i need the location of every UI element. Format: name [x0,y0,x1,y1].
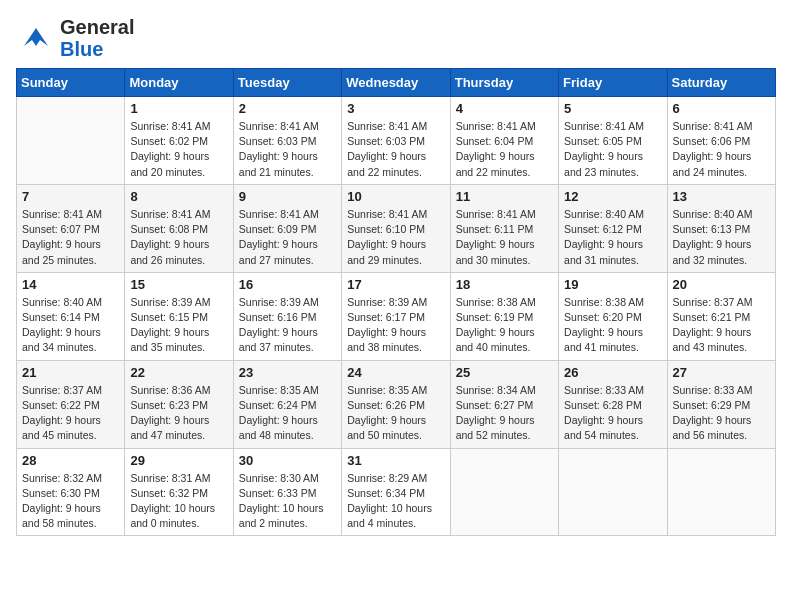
day-number: 24 [347,365,444,380]
calendar-table: SundayMondayTuesdayWednesdayThursdayFrid… [16,68,776,536]
calendar-cell: 12Sunrise: 8:40 AMSunset: 6:12 PMDayligh… [559,184,667,272]
logo: General Blue [16,16,134,60]
day-number: 13 [673,189,770,204]
calendar-cell: 5Sunrise: 8:41 AMSunset: 6:05 PMDaylight… [559,97,667,185]
weekday-header-friday: Friday [559,69,667,97]
calendar-cell: 3Sunrise: 8:41 AMSunset: 6:03 PMDaylight… [342,97,450,185]
day-info: Sunrise: 8:39 AMSunset: 6:15 PMDaylight:… [130,295,227,356]
day-number: 29 [130,453,227,468]
logo-general: General [60,16,134,38]
weekday-header-sunday: Sunday [17,69,125,97]
calendar-cell: 22Sunrise: 8:36 AMSunset: 6:23 PMDayligh… [125,360,233,448]
day-info: Sunrise: 8:41 AMSunset: 6:04 PMDaylight:… [456,119,553,180]
calendar-cell: 13Sunrise: 8:40 AMSunset: 6:13 PMDayligh… [667,184,775,272]
day-info: Sunrise: 8:37 AMSunset: 6:22 PMDaylight:… [22,383,119,444]
day-info: Sunrise: 8:40 AMSunset: 6:13 PMDaylight:… [673,207,770,268]
day-info: Sunrise: 8:36 AMSunset: 6:23 PMDaylight:… [130,383,227,444]
calendar-cell [667,448,775,536]
day-number: 6 [673,101,770,116]
day-number: 5 [564,101,661,116]
calendar-cell: 11Sunrise: 8:41 AMSunset: 6:11 PMDayligh… [450,184,558,272]
day-info: Sunrise: 8:33 AMSunset: 6:29 PMDaylight:… [673,383,770,444]
day-number: 18 [456,277,553,292]
calendar-cell: 16Sunrise: 8:39 AMSunset: 6:16 PMDayligh… [233,272,341,360]
calendar-cell [450,448,558,536]
logo-icon [16,18,56,58]
day-number: 27 [673,365,770,380]
day-info: Sunrise: 8:41 AMSunset: 6:08 PMDaylight:… [130,207,227,268]
weekday-header-wednesday: Wednesday [342,69,450,97]
day-info: Sunrise: 8:41 AMSunset: 6:05 PMDaylight:… [564,119,661,180]
calendar-cell: 19Sunrise: 8:38 AMSunset: 6:20 PMDayligh… [559,272,667,360]
calendar-cell: 31Sunrise: 8:29 AMSunset: 6:34 PMDayligh… [342,448,450,536]
calendar-cell: 28Sunrise: 8:32 AMSunset: 6:30 PMDayligh… [17,448,125,536]
calendar-cell: 14Sunrise: 8:40 AMSunset: 6:14 PMDayligh… [17,272,125,360]
day-number: 9 [239,189,336,204]
calendar-cell: 26Sunrise: 8:33 AMSunset: 6:28 PMDayligh… [559,360,667,448]
calendar-week-3: 14Sunrise: 8:40 AMSunset: 6:14 PMDayligh… [17,272,776,360]
calendar-week-1: 1Sunrise: 8:41 AMSunset: 6:02 PMDaylight… [17,97,776,185]
logo-text-block: General Blue [60,16,134,60]
day-number: 14 [22,277,119,292]
day-number: 2 [239,101,336,116]
day-number: 25 [456,365,553,380]
day-number: 22 [130,365,227,380]
day-info: Sunrise: 8:41 AMSunset: 6:11 PMDaylight:… [456,207,553,268]
day-number: 16 [239,277,336,292]
day-number: 30 [239,453,336,468]
day-info: Sunrise: 8:34 AMSunset: 6:27 PMDaylight:… [456,383,553,444]
day-info: Sunrise: 8:41 AMSunset: 6:03 PMDaylight:… [347,119,444,180]
calendar-week-5: 28Sunrise: 8:32 AMSunset: 6:30 PMDayligh… [17,448,776,536]
day-info: Sunrise: 8:41 AMSunset: 6:07 PMDaylight:… [22,207,119,268]
day-info: Sunrise: 8:35 AMSunset: 6:24 PMDaylight:… [239,383,336,444]
calendar-cell: 24Sunrise: 8:35 AMSunset: 6:26 PMDayligh… [342,360,450,448]
calendar-week-4: 21Sunrise: 8:37 AMSunset: 6:22 PMDayligh… [17,360,776,448]
day-number: 31 [347,453,444,468]
day-info: Sunrise: 8:41 AMSunset: 6:02 PMDaylight:… [130,119,227,180]
day-number: 7 [22,189,119,204]
day-number: 21 [22,365,119,380]
day-info: Sunrise: 8:39 AMSunset: 6:17 PMDaylight:… [347,295,444,356]
day-number: 11 [456,189,553,204]
day-number: 1 [130,101,227,116]
day-number: 8 [130,189,227,204]
calendar-cell: 6Sunrise: 8:41 AMSunset: 6:06 PMDaylight… [667,97,775,185]
day-number: 3 [347,101,444,116]
day-number: 10 [347,189,444,204]
day-info: Sunrise: 8:38 AMSunset: 6:20 PMDaylight:… [564,295,661,356]
calendar-cell: 23Sunrise: 8:35 AMSunset: 6:24 PMDayligh… [233,360,341,448]
calendar-cell: 7Sunrise: 8:41 AMSunset: 6:07 PMDaylight… [17,184,125,272]
day-number: 19 [564,277,661,292]
day-info: Sunrise: 8:32 AMSunset: 6:30 PMDaylight:… [22,471,119,532]
logo-blue: Blue [60,38,103,60]
day-info: Sunrise: 8:38 AMSunset: 6:19 PMDaylight:… [456,295,553,356]
day-info: Sunrise: 8:37 AMSunset: 6:21 PMDaylight:… [673,295,770,356]
day-number: 26 [564,365,661,380]
weekday-header-monday: Monday [125,69,233,97]
page-header: General Blue [16,16,776,60]
calendar-cell [17,97,125,185]
day-number: 4 [456,101,553,116]
day-info: Sunrise: 8:41 AMSunset: 6:10 PMDaylight:… [347,207,444,268]
calendar-cell: 17Sunrise: 8:39 AMSunset: 6:17 PMDayligh… [342,272,450,360]
calendar-cell: 29Sunrise: 8:31 AMSunset: 6:32 PMDayligh… [125,448,233,536]
calendar-header-row: SundayMondayTuesdayWednesdayThursdayFrid… [17,69,776,97]
weekday-header-thursday: Thursday [450,69,558,97]
day-info: Sunrise: 8:41 AMSunset: 6:09 PMDaylight:… [239,207,336,268]
day-info: Sunrise: 8:33 AMSunset: 6:28 PMDaylight:… [564,383,661,444]
calendar-cell: 2Sunrise: 8:41 AMSunset: 6:03 PMDaylight… [233,97,341,185]
day-number: 17 [347,277,444,292]
calendar-cell: 18Sunrise: 8:38 AMSunset: 6:19 PMDayligh… [450,272,558,360]
calendar-week-2: 7Sunrise: 8:41 AMSunset: 6:07 PMDaylight… [17,184,776,272]
svg-marker-0 [24,28,48,46]
day-info: Sunrise: 8:40 AMSunset: 6:14 PMDaylight:… [22,295,119,356]
calendar-cell: 21Sunrise: 8:37 AMSunset: 6:22 PMDayligh… [17,360,125,448]
day-number: 28 [22,453,119,468]
day-info: Sunrise: 8:39 AMSunset: 6:16 PMDaylight:… [239,295,336,356]
day-number: 12 [564,189,661,204]
day-info: Sunrise: 8:31 AMSunset: 6:32 PMDaylight:… [130,471,227,532]
calendar-cell: 27Sunrise: 8:33 AMSunset: 6:29 PMDayligh… [667,360,775,448]
day-info: Sunrise: 8:40 AMSunset: 6:12 PMDaylight:… [564,207,661,268]
calendar-cell: 20Sunrise: 8:37 AMSunset: 6:21 PMDayligh… [667,272,775,360]
day-number: 15 [130,277,227,292]
